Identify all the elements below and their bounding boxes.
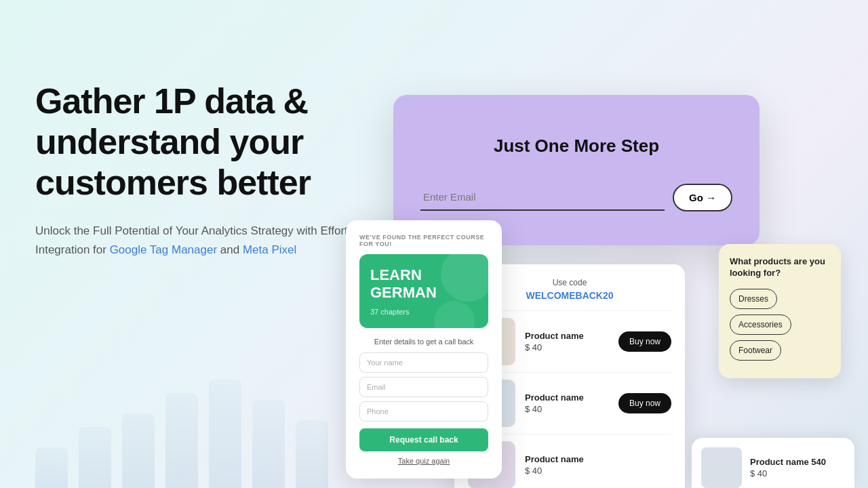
buy-button-2[interactable]: Buy now bbox=[618, 393, 671, 413]
product-name-2: Product name bbox=[525, 392, 609, 403]
course-name-input[interactable] bbox=[359, 352, 488, 373]
bar-1 bbox=[35, 447, 68, 488]
bottom-product-price: $ 40 bbox=[750, 468, 826, 479]
bar-3 bbox=[122, 413, 155, 488]
email-input[interactable] bbox=[420, 184, 665, 211]
bottom-product-card: Product name 540 $ 40 bbox=[692, 438, 854, 488]
banner-wave-2 bbox=[434, 301, 475, 328]
gtm-link[interactable]: Google Tag Manager bbox=[110, 243, 217, 256]
email-row: Go → bbox=[420, 184, 732, 211]
product-name-1: Product name bbox=[525, 331, 609, 341]
product-info-3: Product name $ 40 bbox=[525, 454, 671, 476]
take-quiz-link[interactable]: Take quiz again bbox=[359, 457, 488, 465]
bottom-product-name: Product name 540 bbox=[750, 457, 826, 467]
product-price-3: $ 40 bbox=[525, 466, 671, 476]
recommendation-title: What products are you looking for? bbox=[730, 256, 830, 279]
bar-2 bbox=[79, 427, 111, 488]
bar-6 bbox=[252, 400, 285, 488]
product-price-2: $ 40 bbox=[525, 404, 609, 414]
course-phone-input[interactable] bbox=[359, 401, 488, 422]
rec-option-dresses[interactable]: Dresses bbox=[730, 289, 777, 309]
product-name-3: Product name bbox=[525, 454, 671, 464]
rec-option-footwear[interactable]: Footwear bbox=[730, 340, 781, 361]
right-section: Just One More Step Go → Use code WELCOME… bbox=[326, 0, 868, 488]
rec-option-accessories[interactable]: Accessories bbox=[730, 314, 791, 335]
product-info-1: Product name $ 40 bbox=[525, 331, 609, 352]
bar-7 bbox=[296, 420, 328, 488]
bar-chart bbox=[35, 366, 328, 488]
recommendation-card: What products are you looking for? Dress… bbox=[719, 244, 841, 378]
buy-button-1[interactable]: Buy now bbox=[618, 331, 671, 352]
course-card: WE'VE FOUND THE PERFECT COURSE FOR YOU! … bbox=[346, 220, 502, 479]
bar-4 bbox=[165, 393, 198, 488]
purple-card-title: Just One More Step bbox=[420, 136, 732, 157]
request-callback-button[interactable]: Request call back bbox=[359, 428, 488, 451]
course-email-input[interactable] bbox=[359, 377, 488, 397]
meta-link[interactable]: Meta Pixel bbox=[243, 243, 296, 256]
bottom-product-img bbox=[701, 447, 742, 488]
bottom-product-info: Product name 540 $ 40 bbox=[750, 457, 826, 479]
go-button[interactable]: Go → bbox=[673, 184, 732, 211]
bar-5 bbox=[209, 380, 241, 488]
product-price-1: $ 40 bbox=[525, 342, 609, 352]
course-found-text: WE'VE FOUND THE PERFECT COURSE FOR YOU! bbox=[359, 234, 488, 247]
course-details-prompt: Enter details to get a call back bbox=[359, 338, 488, 346]
product-info-2: Product name $ 40 bbox=[525, 392, 609, 414]
course-banner: LEARNGERMAN 37 chapters bbox=[359, 254, 488, 328]
